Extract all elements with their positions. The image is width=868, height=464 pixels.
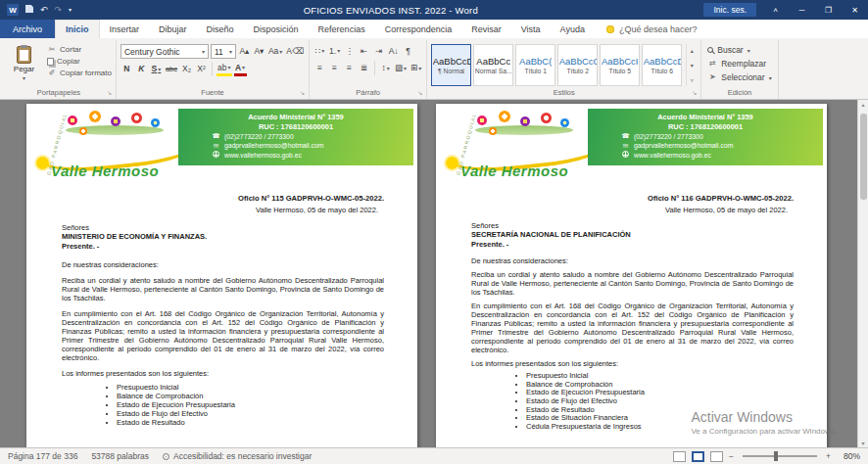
zoom-in-icon[interactable]: + xyxy=(826,451,831,461)
tab-dibujar[interactable]: Dibujar xyxy=(149,20,197,38)
tab-vista[interactable]: Vista xyxy=(511,20,551,38)
format-painter-button[interactable]: ✐Copiar formato xyxy=(47,69,112,77)
save-icon[interactable] xyxy=(25,5,33,15)
tell-me-search[interactable]: ¿Qué desea hacer? xyxy=(595,20,709,38)
tab-inicio[interactable]: Inicio xyxy=(55,20,100,38)
font-color-caret-icon: ▾ xyxy=(242,65,245,70)
replace-button[interactable]: ⇄Reemplazar xyxy=(707,59,771,69)
zoom-slider[interactable] xyxy=(743,455,817,457)
tab-diseno[interactable]: Diseño xyxy=(197,20,244,38)
highlight-caret-icon: ▾ xyxy=(227,65,230,70)
paragraph-dialog-launcher-icon[interactable]: ↘ xyxy=(417,90,422,96)
style-normal[interactable]: AaBbCcD ¶ Normal xyxy=(431,44,471,86)
align-right-icon[interactable]: ≡ xyxy=(343,62,356,75)
shading-icon[interactable]: ▨▾ xyxy=(394,62,408,75)
numbered-list-icon[interactable]: 1.▾ xyxy=(328,44,341,58)
find-button[interactable]: Buscar▾ xyxy=(707,45,771,55)
style-titulo-1[interactable]: AaBbC( Título 1 xyxy=(515,44,555,86)
undo-icon[interactable]: ↶ xyxy=(40,6,48,15)
zoom-percentage[interactable]: 80% xyxy=(837,451,860,461)
line-spacing-icon[interactable]: ↕▾ xyxy=(379,62,392,75)
style-titulo-2[interactable]: AaBbCcC Título 2 xyxy=(557,44,598,86)
tab-correspondencia[interactable]: Correspondencia xyxy=(375,20,462,38)
restore-icon[interactable]: ❐ xyxy=(815,0,842,20)
sort-icon[interactable]: A↓ xyxy=(387,44,400,58)
borders-icon[interactable]: ⊞▾ xyxy=(410,62,422,75)
tab-ayuda[interactable]: Ayuda xyxy=(551,20,595,38)
font-color-icon[interactable]: A▾ xyxy=(234,63,247,76)
bullet-list-icon[interactable]: ∷▾ xyxy=(313,44,326,58)
underline-caret-icon: ▾ xyxy=(158,67,161,72)
decrease-indent-icon[interactable]: ⇤ xyxy=(358,44,370,58)
highlight-color-icon[interactable]: ab▾ xyxy=(217,63,231,76)
scroll-down-icon[interactable]: ▾ xyxy=(861,440,864,446)
styles-more-icon[interactable]: ▿ xyxy=(691,76,694,83)
style-titulo-6[interactable]: AaBbCcDc Título 6 xyxy=(642,44,682,86)
clear-format-icon[interactable]: A⌫ xyxy=(285,45,305,59)
web-layout-icon[interactable] xyxy=(710,451,723,462)
word-count[interactable]: 53788 palabras xyxy=(91,451,149,461)
close-icon[interactable]: ✕ xyxy=(842,0,868,20)
style-preview: AaBbCcD xyxy=(433,56,470,67)
paste-button[interactable]: Pegar ▾ xyxy=(6,41,42,86)
page-1[interactable]: GAD PARROQUIAL Valle Hermoso Acuerdo xyxy=(26,104,417,447)
clipboard-dialog-launcher-icon[interactable]: ↘ xyxy=(107,90,112,96)
list-item: Estado de Ejecución Presupuestaria xyxy=(117,400,384,409)
accessibility-label: Accesibilidad: es necesario investigar xyxy=(173,451,312,461)
grow-font-icon[interactable]: A▴ xyxy=(238,45,251,59)
minimize-icon[interactable]: ─ xyxy=(789,0,815,20)
sign-in-button[interactable]: Inic. ses. xyxy=(703,3,756,17)
underline-icon[interactable]: S▾ xyxy=(150,63,163,76)
copy-button[interactable]: Copiar xyxy=(47,57,112,66)
tab-archivo[interactable]: Archivo xyxy=(0,20,55,38)
style-name: Título 1 xyxy=(524,68,547,74)
justify-icon[interactable]: ≣ xyxy=(358,62,370,75)
watermark-title: Activar Windows xyxy=(691,409,837,425)
strikethrough-icon[interactable]: abc xyxy=(165,63,178,76)
qat-customize-icon[interactable]: ▾ xyxy=(69,7,72,13)
page-2[interactable]: GAD PARROQUIAL Valle Hermoso Acuerdo xyxy=(436,104,827,447)
change-case-icon[interactable]: Aa▾ xyxy=(267,45,283,59)
tab-insertar[interactable]: Insertar xyxy=(100,20,150,38)
bold-icon[interactable]: N xyxy=(121,63,133,76)
vertical-scrollbar[interactable]: ▴ ▾ xyxy=(857,100,868,447)
multilevel-list-icon[interactable]: ⋮ xyxy=(343,44,356,58)
acuerdo-ministerial: Acuerdo Ministerial N° 1359 xyxy=(182,113,410,122)
tab-revisar[interactable]: Revisar xyxy=(461,20,511,38)
zoom-out-icon[interactable]: − xyxy=(729,451,734,461)
show-marks-icon[interactable]: ¶ xyxy=(402,44,414,58)
align-center-icon[interactable]: ≡ xyxy=(328,62,341,75)
cut-button[interactable]: ✂Cortar xyxy=(47,45,112,54)
style-titulo-5[interactable]: AaBbCcI Título 5 xyxy=(600,44,640,86)
font-size-select[interactable]: 11▾ xyxy=(211,44,236,59)
superscript-icon[interactable]: X² xyxy=(195,63,208,76)
align-left-icon[interactable]: ≡ xyxy=(313,62,326,75)
window-controls: ˄ ─ ❐ ✕ xyxy=(762,0,868,20)
font-dialog-launcher-icon[interactable]: ↘ xyxy=(300,90,305,96)
font-name-select[interactable]: Century Gothic▾ xyxy=(121,44,209,59)
zoom-slider-thumb[interactable] xyxy=(774,451,778,461)
styles-scroll-down-icon[interactable]: ▾ xyxy=(691,62,694,69)
styles-scroll-up-icon[interactable]: ▴ xyxy=(691,47,694,54)
globe-icon xyxy=(213,151,219,158)
styles-dialog-launcher-icon[interactable]: ↘ xyxy=(692,90,697,96)
recipient-block: Señores MINISTERIO DE ECONOMÍA Y FINANZA… xyxy=(62,223,384,251)
increase-indent-icon[interactable]: ⇥ xyxy=(372,44,385,58)
shrink-font-icon[interactable]: A▾ xyxy=(253,45,265,59)
print-layout-icon[interactable] xyxy=(692,451,704,462)
ribbon-options-icon[interactable]: ˄ xyxy=(762,0,789,20)
statusbar-right: − + 80% xyxy=(673,451,860,462)
select-button[interactable]: ➤Seleccionar▾ xyxy=(707,72,771,82)
style-normal-sa[interactable]: AaBbCc Normal Sa... xyxy=(473,44,513,86)
scroll-up-icon[interactable]: ▴ xyxy=(861,101,864,108)
tab-referencias[interactable]: Referencias xyxy=(309,20,375,38)
accessibility-status[interactable]: Accesibilidad: es necesario investigar xyxy=(163,451,312,461)
style-name: Título 2 xyxy=(566,68,589,74)
page-indicator[interactable]: Página 177 de 336 xyxy=(8,451,77,461)
tab-disposicion[interactable]: Disposición xyxy=(244,20,309,38)
read-mode-icon[interactable] xyxy=(673,451,686,462)
redo-icon[interactable]: ↷ xyxy=(55,6,63,15)
subscript-icon[interactable]: X₂ xyxy=(180,63,193,76)
scrollbar-thumb[interactable] xyxy=(860,114,867,200)
italic-icon[interactable]: K xyxy=(135,63,148,76)
